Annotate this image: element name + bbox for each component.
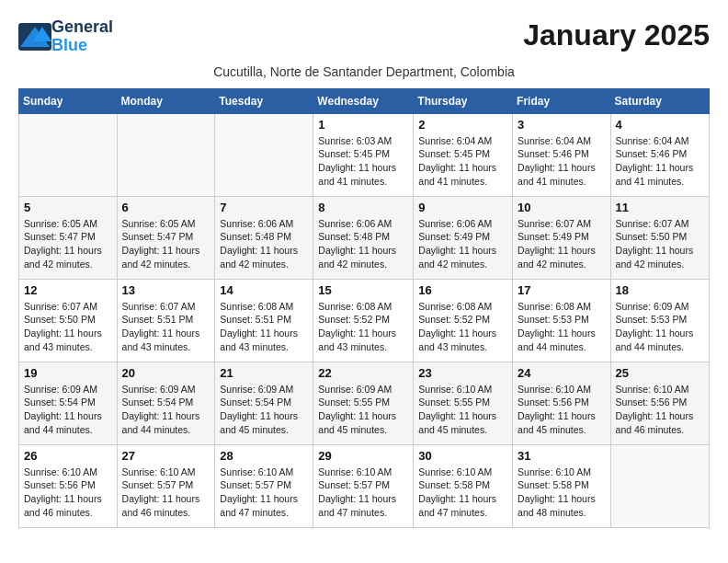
- day-info: Sunrise: 6:08 AMSunset: 5:52 PMDaylight:…: [318, 300, 408, 354]
- page-title: January 2025: [523, 18, 710, 52]
- calendar-cell: 19Sunrise: 6:09 AMSunset: 5:54 PMDayligh…: [19, 362, 118, 444]
- day-info: Sunrise: 6:07 AMSunset: 5:50 PMDaylight:…: [616, 217, 704, 271]
- day-info: Sunrise: 6:06 AMSunset: 5:48 PMDaylight:…: [318, 217, 408, 271]
- calendar-cell: 12Sunrise: 6:07 AMSunset: 5:50 PMDayligh…: [19, 279, 118, 362]
- day-number: 31: [518, 449, 606, 463]
- day-info: Sunrise: 6:10 AMSunset: 5:58 PMDaylight:…: [418, 465, 507, 520]
- calendar-cell: 25Sunrise: 6:10 AMSunset: 5:56 PMDayligh…: [610, 362, 709, 444]
- day-number: 2: [418, 118, 507, 132]
- day-info: Sunrise: 6:05 AMSunset: 5:47 PMDaylight:…: [122, 217, 210, 271]
- day-info: Sunrise: 6:08 AMSunset: 5:52 PMDaylight:…: [418, 300, 507, 354]
- day-info: Sunrise: 6:10 AMSunset: 5:56 PMDaylight:…: [518, 383, 606, 437]
- page-subtitle: Cucutilla, Norte de Santander Department…: [18, 64, 710, 79]
- day-number: 1: [318, 118, 408, 132]
- calendar-cell: 31Sunrise: 6:10 AMSunset: 5:58 PMDayligh…: [513, 444, 611, 527]
- calendar-cell: 8Sunrise: 6:06 AMSunset: 5:48 PMDaylight…: [313, 196, 414, 279]
- calendar-cell: 28Sunrise: 6:10 AMSunset: 5:57 PMDayligh…: [215, 444, 313, 527]
- day-number: 24: [518, 366, 606, 380]
- day-info: Sunrise: 6:09 AMSunset: 5:54 PMDaylight:…: [220, 383, 308, 437]
- day-number: 4: [616, 118, 704, 132]
- calendar-table: Sunday Monday Tuesday Wednesday Thursday…: [18, 88, 710, 528]
- calendar-cell: 15Sunrise: 6:08 AMSunset: 5:52 PMDayligh…: [313, 279, 414, 362]
- calendar-row-2: 5Sunrise: 6:05 AMSunset: 5:47 PMDaylight…: [19, 196, 710, 279]
- day-info: Sunrise: 6:04 AMSunset: 5:46 PMDaylight:…: [518, 134, 606, 189]
- calendar-cell: 1Sunrise: 6:03 AMSunset: 5:45 PMDaylight…: [313, 113, 414, 196]
- calendar-cell: 11Sunrise: 6:07 AMSunset: 5:50 PMDayligh…: [610, 196, 709, 279]
- day-number: 10: [518, 201, 606, 214]
- calendar-cell: 26Sunrise: 6:10 AMSunset: 5:56 PMDayligh…: [19, 444, 118, 527]
- calendar-cell: 17Sunrise: 6:08 AMSunset: 5:53 PMDayligh…: [513, 279, 611, 362]
- day-number: 17: [518, 283, 606, 297]
- day-info: Sunrise: 6:07 AMSunset: 5:50 PMDaylight:…: [24, 300, 112, 354]
- day-number: 8: [318, 201, 408, 214]
- calendar-cell: 23Sunrise: 6:10 AMSunset: 5:55 PMDayligh…: [414, 362, 513, 444]
- calendar-cell: [19, 113, 118, 196]
- calendar-cell: 18Sunrise: 6:09 AMSunset: 5:53 PMDayligh…: [610, 279, 709, 362]
- day-info: Sunrise: 6:10 AMSunset: 5:57 PMDaylight:…: [318, 465, 408, 520]
- day-info: Sunrise: 6:07 AMSunset: 5:51 PMDaylight:…: [122, 300, 210, 354]
- day-number: 3: [518, 118, 606, 132]
- day-info: Sunrise: 6:08 AMSunset: 5:53 PMDaylight:…: [518, 300, 606, 354]
- calendar-cell: 29Sunrise: 6:10 AMSunset: 5:57 PMDayligh…: [313, 444, 414, 527]
- day-number: 30: [418, 449, 507, 463]
- calendar-cell: 24Sunrise: 6:10 AMSunset: 5:56 PMDayligh…: [513, 362, 611, 444]
- day-info: Sunrise: 6:10 AMSunset: 5:57 PMDaylight:…: [122, 465, 210, 520]
- calendar-row-4: 19Sunrise: 6:09 AMSunset: 5:54 PMDayligh…: [19, 362, 710, 444]
- day-info: Sunrise: 6:08 AMSunset: 5:51 PMDaylight:…: [220, 300, 308, 354]
- logo-general: General: [51, 18, 113, 37]
- day-number: 15: [318, 283, 408, 297]
- day-number: 21: [220, 366, 308, 380]
- day-number: 6: [122, 201, 210, 214]
- calendar-row-5: 26Sunrise: 6:10 AMSunset: 5:56 PMDayligh…: [19, 444, 710, 527]
- col-monday: Monday: [117, 88, 215, 113]
- day-info: Sunrise: 6:09 AMSunset: 5:53 PMDaylight:…: [616, 300, 704, 354]
- day-number: 5: [24, 201, 112, 214]
- day-number: 9: [418, 201, 507, 214]
- calendar-cell: 2Sunrise: 6:04 AMSunset: 5:45 PMDaylight…: [414, 113, 513, 196]
- calendar-cell: 30Sunrise: 6:10 AMSunset: 5:58 PMDayligh…: [414, 444, 513, 527]
- calendar-cell: 22Sunrise: 6:09 AMSunset: 5:55 PMDayligh…: [313, 362, 414, 444]
- day-number: 12: [24, 283, 112, 297]
- calendar-cell: 27Sunrise: 6:10 AMSunset: 5:57 PMDayligh…: [117, 444, 215, 527]
- calendar-cell: 7Sunrise: 6:06 AMSunset: 5:48 PMDaylight…: [215, 196, 313, 279]
- calendar-row-3: 12Sunrise: 6:07 AMSunset: 5:50 PMDayligh…: [19, 279, 710, 362]
- day-number: 18: [616, 283, 704, 297]
- day-number: 19: [24, 366, 112, 380]
- day-info: Sunrise: 6:06 AMSunset: 5:49 PMDaylight:…: [418, 217, 507, 271]
- day-number: 14: [220, 283, 308, 297]
- calendar-cell: 9Sunrise: 6:06 AMSunset: 5:49 PMDaylight…: [414, 196, 513, 279]
- day-info: Sunrise: 6:10 AMSunset: 5:56 PMDaylight:…: [24, 465, 112, 520]
- col-friday: Friday: [513, 88, 611, 113]
- calendar-cell: 21Sunrise: 6:09 AMSunset: 5:54 PMDayligh…: [215, 362, 313, 444]
- calendar-header-row: Sunday Monday Tuesday Wednesday Thursday…: [19, 88, 710, 113]
- day-number: 28: [220, 449, 308, 463]
- day-info: Sunrise: 6:10 AMSunset: 5:55 PMDaylight:…: [418, 383, 507, 437]
- day-number: 22: [318, 366, 408, 380]
- day-info: Sunrise: 6:06 AMSunset: 5:48 PMDaylight:…: [220, 217, 308, 271]
- calendar-cell: [215, 113, 313, 196]
- day-number: 29: [318, 449, 408, 463]
- day-info: Sunrise: 6:10 AMSunset: 5:58 PMDaylight:…: [518, 465, 606, 520]
- col-saturday: Saturday: [610, 88, 709, 113]
- day-number: 11: [616, 201, 704, 214]
- day-number: 23: [418, 366, 507, 380]
- day-info: Sunrise: 6:09 AMSunset: 5:55 PMDaylight:…: [318, 383, 408, 437]
- logo-blue: Blue: [51, 37, 113, 55]
- day-info: Sunrise: 6:04 AMSunset: 5:45 PMDaylight:…: [418, 134, 507, 189]
- logo-icon: [18, 23, 51, 51]
- day-number: 13: [122, 283, 210, 297]
- day-info: Sunrise: 6:10 AMSunset: 5:57 PMDaylight:…: [220, 465, 308, 520]
- calendar-cell: [117, 113, 215, 196]
- col-thursday: Thursday: [414, 88, 513, 113]
- calendar-cell: 13Sunrise: 6:07 AMSunset: 5:51 PMDayligh…: [117, 279, 215, 362]
- calendar-cell: 14Sunrise: 6:08 AMSunset: 5:51 PMDayligh…: [215, 279, 313, 362]
- calendar-cell: 5Sunrise: 6:05 AMSunset: 5:47 PMDaylight…: [19, 196, 118, 279]
- col-wednesday: Wednesday: [313, 88, 414, 113]
- day-info: Sunrise: 6:05 AMSunset: 5:47 PMDaylight:…: [24, 217, 112, 271]
- day-number: 26: [24, 449, 112, 463]
- day-info: Sunrise: 6:04 AMSunset: 5:46 PMDaylight:…: [616, 134, 704, 189]
- day-info: Sunrise: 6:09 AMSunset: 5:54 PMDaylight:…: [24, 383, 112, 437]
- calendar-row-1: 1Sunrise: 6:03 AMSunset: 5:45 PMDaylight…: [19, 113, 710, 196]
- day-info: Sunrise: 6:10 AMSunset: 5:56 PMDaylight:…: [616, 383, 704, 437]
- calendar-cell: 10Sunrise: 6:07 AMSunset: 5:49 PMDayligh…: [513, 196, 611, 279]
